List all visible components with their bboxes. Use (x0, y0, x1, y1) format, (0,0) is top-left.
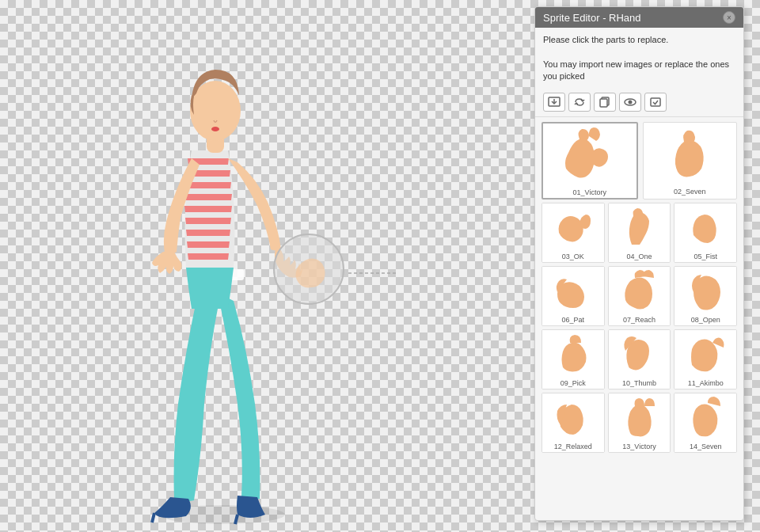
sprite-item-02-seven[interactable]: 02_Seven (643, 122, 738, 200)
svg-rect-11 (600, 99, 607, 107)
svg-point-13 (629, 100, 633, 104)
sprite-item-01-victory[interactable]: 01_Victory (542, 122, 638, 200)
sprite-label-04: 04_One (609, 251, 671, 262)
sprite-grid: 03_OK 04_One 05_Fist (542, 203, 737, 453)
character-area (0, 0, 443, 532)
sprite-grid-container[interactable]: 01_Victory 02_Seven (535, 117, 743, 520)
sprite-item-11-akimbo[interactable]: 11_Akimbo (674, 329, 737, 390)
sprite-label-12: 12_Relaxed (542, 441, 604, 452)
sprite-label-11: 11_Akimbo (674, 378, 736, 389)
sprite-label-06: 06_Pat (542, 314, 604, 325)
toolbar-replace-button[interactable] (568, 93, 591, 112)
toolbar-copy-button[interactable] (594, 93, 616, 112)
sprite-label-02: 02_Seven (644, 186, 737, 197)
panel-titlebar: Sprite Editor - RHand × (535, 7, 743, 28)
sprite-label-05: 05_Fist (674, 251, 736, 262)
sprite-editor-panel: Sprite Editor - RHand × Please click the… (534, 6, 744, 521)
toolbar-confirm-button[interactable] (644, 93, 667, 112)
sprite-item-13-victory[interactable]: 13_Victory (608, 393, 671, 453)
sprite-label-08: 08_Open (674, 314, 736, 325)
svg-line-1 (152, 513, 154, 522)
sprite-item-05-fist[interactable]: 05_Fist (674, 203, 737, 263)
sprite-item-14-seven[interactable]: 14_Seven (674, 393, 737, 453)
sprite-item-09-pick[interactable]: 09_Pick (542, 329, 605, 390)
sprite-label-13: 13_Victory (609, 441, 671, 452)
sprite-featured-row: 01_Victory 02_Seven (542, 122, 737, 200)
toolbar-preview-button[interactable] (619, 93, 641, 112)
sprite-item-08-open[interactable]: 08_Open (674, 266, 737, 326)
panel-close-button[interactable]: × (723, 11, 735, 24)
sprite-item-07-reach[interactable]: 07_Reach (608, 266, 671, 326)
sprite-item-03-ok[interactable]: 03_OK (542, 203, 605, 263)
sprite-label-09: 09_Pick (542, 378, 604, 389)
sprite-label-14: 14_Seven (674, 441, 736, 452)
magnify-circle (273, 234, 344, 305)
toolbar-import-button[interactable] (543, 93, 565, 112)
sprite-label-01: 01_Victory (543, 187, 636, 198)
panel-toolbar (535, 89, 743, 117)
sprite-label-10: 10_Thumb (609, 378, 671, 389)
sprite-label-07: 07_Reach (609, 314, 671, 325)
sprite-item-12-relaxed[interactable]: 12_Relaxed (542, 393, 605, 453)
svg-point-6 (211, 127, 219, 131)
panel-title: Sprite Editor - RHand (543, 12, 641, 24)
sprite-item-04-one[interactable]: 04_One (608, 203, 671, 263)
sprite-label-03: 03_OK (542, 251, 604, 262)
sprite-item-10-thumb[interactable]: 10_Thumb (608, 329, 671, 390)
character-figure (63, 8, 396, 530)
panel-instructions: Please click the parts to replace. You m… (535, 28, 743, 89)
sprite-item-06-pat[interactable]: 06_Pat (542, 266, 605, 326)
svg-rect-14 (651, 98, 660, 106)
